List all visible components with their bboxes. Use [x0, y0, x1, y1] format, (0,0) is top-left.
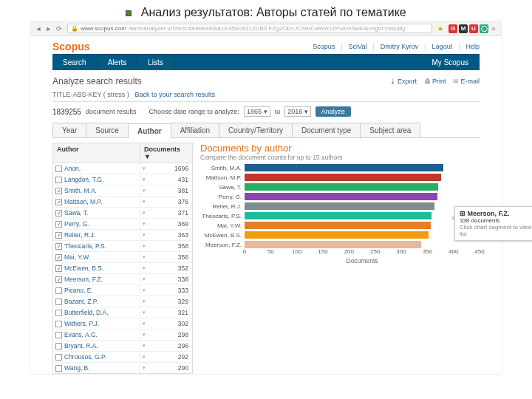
nav-item[interactable]: Alerts — [98, 55, 138, 70]
author-name[interactable]: McEwen, B.S. — [64, 265, 103, 272]
action-e-mail[interactable]: ✉E-mail — [453, 78, 480, 85]
author-name[interactable]: Meerson, F.Z. — [64, 276, 103, 283]
bar-segment[interactable] — [245, 164, 480, 171]
tab-author[interactable]: Author — [128, 123, 171, 138]
checkbox-icon[interactable] — [55, 177, 62, 183]
checkbox-icon[interactable]: ✓ — [55, 276, 62, 283]
table-row[interactable]: ✓Perry, G.▾369 — [53, 219, 192, 230]
tab-source[interactable]: Source — [86, 123, 129, 137]
table-row[interactable]: Evans, A.G.▾298 — [53, 330, 192, 341]
checkbox-icon[interactable] — [55, 332, 62, 338]
bar-segment[interactable] — [245, 193, 480, 200]
author-name[interactable]: Theocaris, P.S. — [64, 242, 106, 250]
bar-segment[interactable] — [245, 212, 480, 219]
chevron-down-icon[interactable]: ▾ — [143, 343, 146, 349]
chevron-down-icon[interactable]: ▾ — [143, 276, 146, 282]
table-row[interactable]: Bazant, Z.P.▾329 — [53, 296, 192, 307]
nav-item[interactable]: Search — [52, 55, 98, 70]
table-row[interactable]: ✓McEwen, B.S.▾352 — [53, 263, 192, 274]
ext-g-icon[interactable]: G — [449, 24, 457, 33]
table-row[interactable]: Langdon, T.G.▾431 — [53, 174, 192, 185]
checkbox-icon[interactable]: ✓ — [55, 265, 62, 272]
action-print[interactable]: 🖶Print — [424, 78, 446, 85]
checkbox-icon[interactable] — [55, 321, 62, 327]
tab-document-type[interactable]: Document type — [292, 123, 361, 137]
table-row[interactable]: ✓Sawa, T.▾371 — [53, 208, 192, 219]
chevron-down-icon[interactable]: ▾ — [143, 166, 146, 171]
table-row[interactable]: Withers, P.J.▾302 — [53, 318, 192, 330]
ext-u-icon[interactable]: U — [469, 24, 478, 33]
bar-segment[interactable] — [245, 183, 480, 191]
ext-m-icon[interactable]: M — [459, 24, 468, 33]
reload-icon[interactable]: ⟳ — [54, 24, 64, 34]
table-row[interactable]: ✓Meerson, F.Z.▾338 — [53, 274, 192, 285]
top-link[interactable]: SciVal — [349, 43, 367, 50]
chevron-down-icon[interactable]: ▾ — [143, 287, 146, 293]
table-row[interactable]: Butterfield, D.A.▾321 — [53, 307, 192, 318]
chevron-down-icon[interactable]: ▾ — [143, 365, 146, 371]
author-name[interactable]: Mattson, M.P. — [64, 198, 102, 205]
checkbox-icon[interactable] — [55, 287, 62, 294]
nav-item[interactable]: Lists — [137, 55, 174, 70]
bookmark-icon[interactable]: ★ — [435, 24, 446, 34]
chevron-down-icon[interactable]: ▾ — [143, 188, 146, 194]
table-row[interactable]: Wang, B.▾290 — [53, 363, 192, 373]
chevron-down-icon[interactable]: ▾ — [143, 265, 146, 271]
checkbox-icon[interactable] — [55, 354, 62, 361]
tab-year[interactable]: Year — [52, 123, 86, 137]
action-export[interactable]: ⭳Export — [389, 78, 417, 85]
bar-segment[interactable] — [245, 231, 480, 239]
tab-affiliation[interactable]: Affiliation — [171, 123, 219, 137]
analyze-button[interactable]: Analyze — [316, 106, 351, 117]
col-author[interactable]: Author — [53, 143, 140, 163]
author-name[interactable]: Perry, G. — [64, 220, 89, 228]
chevron-down-icon[interactable]: ▾ — [143, 321, 146, 327]
checkbox-icon[interactable]: ✓ — [55, 232, 62, 239]
author-name[interactable]: Chrousos, G.P. — [64, 353, 106, 361]
checkbox-icon[interactable] — [55, 310, 62, 316]
table-row[interactable]: ✓Mattson, M.P.▾376 — [53, 197, 192, 208]
ext-o-icon[interactable]: ◯ — [480, 24, 488, 33]
nav-fwd-icon[interactable]: ► — [44, 24, 54, 34]
author-name[interactable]: Mai, Y.W. — [64, 253, 90, 261]
bar-segment[interactable] — [245, 222, 480, 229]
year-from-select[interactable]: 1865 ▾ — [244, 106, 270, 117]
checkbox-icon[interactable] — [55, 343, 62, 349]
checkbox-icon[interactable] — [55, 166, 62, 172]
bar-segment[interactable] — [245, 174, 480, 181]
author-name[interactable]: Withers, P.J. — [64, 320, 99, 327]
checkbox-icon[interactable]: ✓ — [55, 188, 62, 194]
brand-logo[interactable]: Scopus — [52, 41, 90, 52]
author-name[interactable]: Reiter, R.J. — [64, 231, 95, 239]
author-name[interactable]: Wang, B. — [64, 364, 90, 372]
author-name[interactable]: Butterfield, D.A. — [64, 309, 109, 316]
author-name[interactable]: Sawa, T. — [64, 209, 88, 216]
year-to-select[interactable]: 2016 ▾ — [284, 106, 311, 117]
top-link[interactable]: Dmitry Kyrov — [381, 43, 419, 50]
chevron-down-icon[interactable]: ▾ — [143, 310, 146, 316]
top-link[interactable]: Help — [466, 43, 480, 50]
chevron-down-icon[interactable]: ▾ — [143, 232, 146, 238]
menu-icon[interactable]: ≡ — [488, 24, 499, 34]
table-row[interactable]: Anon,▾1696 — [53, 163, 192, 174]
table-row[interactable]: Chrousos, G.P.▾292 — [53, 352, 192, 363]
table-row[interactable]: ✓Smith, M.A.▾381 — [53, 185, 192, 197]
author-name[interactable]: Bazant, Z.P. — [64, 298, 98, 305]
col-documents[interactable]: Documents ▼ — [140, 143, 192, 163]
top-link[interactable]: Scopus — [313, 43, 335, 50]
chevron-down-icon[interactable]: ▾ — [143, 299, 146, 304]
chevron-down-icon[interactable]: ▾ — [143, 199, 146, 205]
table-row[interactable]: ✓Theocaris, P.S.▾358 — [53, 241, 192, 252]
chevron-down-icon[interactable]: ▾ — [143, 332, 146, 338]
back-link[interactable]: Back to your search results — [134, 91, 215, 98]
checkbox-icon[interactable]: ✓ — [55, 243, 62, 250]
tab-subject-area[interactable]: Subject area — [360, 123, 420, 137]
checkbox-icon[interactable]: ✓ — [55, 199, 62, 205]
chevron-down-icon[interactable]: ▾ — [143, 177, 146, 183]
chevron-down-icon[interactable]: ▾ — [143, 254, 146, 260]
chevron-down-icon[interactable]: ▾ — [143, 354, 146, 360]
author-name[interactable]: Bryant, R.A. — [64, 342, 98, 349]
checkbox-icon[interactable]: ✓ — [55, 221, 62, 228]
author-name[interactable]: Anon, — [64, 165, 81, 172]
bar-segment[interactable] — [245, 241, 480, 248]
